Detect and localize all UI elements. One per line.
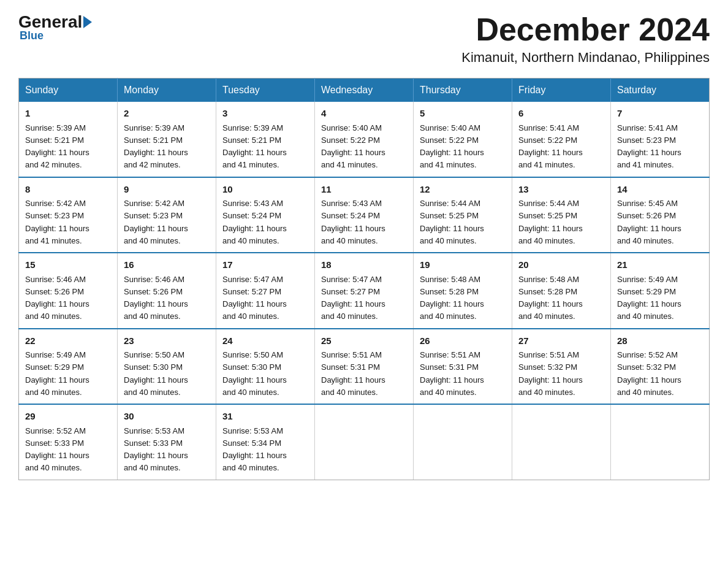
- calendar-week-row: 15Sunrise: 5:46 AMSunset: 5:26 PMDayligh…: [19, 253, 710, 329]
- day-number: 30: [124, 410, 210, 424]
- day-info: Sunrise: 5:52 AMSunset: 5:33 PMDaylight:…: [25, 426, 89, 473]
- day-number: 16: [124, 258, 210, 272]
- table-row: 6Sunrise: 5:41 AMSunset: 5:22 PMDaylight…: [512, 102, 611, 177]
- day-info: Sunrise: 5:49 AMSunset: 5:29 PMDaylight:…: [617, 275, 681, 321]
- day-info: Sunrise: 5:43 AMSunset: 5:24 PMDaylight:…: [321, 199, 385, 245]
- table-row: 29Sunrise: 5:52 AMSunset: 5:33 PMDayligh…: [19, 404, 118, 480]
- table-row: [414, 404, 512, 480]
- table-row: 2Sunrise: 5:39 AMSunset: 5:21 PMDaylight…: [118, 102, 216, 177]
- day-info: Sunrise: 5:48 AMSunset: 5:28 PMDaylight:…: [518, 275, 583, 321]
- table-row: 14Sunrise: 5:45 AMSunset: 5:26 PMDayligh…: [611, 177, 710, 253]
- table-row: 15Sunrise: 5:46 AMSunset: 5:26 PMDayligh…: [19, 253, 118, 329]
- col-tuesday: Tuesday: [216, 79, 315, 102]
- day-number: 10: [222, 183, 308, 197]
- title-block: December 2024 Kimanuit, Northern Mindana…: [461, 12, 710, 66]
- day-info: Sunrise: 5:46 AMSunset: 5:26 PMDaylight:…: [124, 275, 188, 321]
- day-number: 25: [321, 334, 407, 348]
- day-number: 11: [321, 183, 407, 197]
- table-row: 30Sunrise: 5:53 AMSunset: 5:33 PMDayligh…: [118, 404, 216, 480]
- col-sunday: Sunday: [19, 79, 118, 102]
- day-number: 1: [25, 107, 111, 121]
- day-info: Sunrise: 5:50 AMSunset: 5:30 PMDaylight:…: [124, 350, 188, 397]
- day-number: 14: [617, 183, 703, 197]
- day-number: 7: [617, 107, 703, 121]
- day-number: 21: [617, 258, 703, 272]
- calendar-week-row: 29Sunrise: 5:52 AMSunset: 5:33 PMDayligh…: [19, 404, 710, 480]
- col-saturday: Saturday: [611, 79, 710, 102]
- day-number: 4: [321, 107, 407, 121]
- day-number: 26: [420, 334, 506, 348]
- table-row: 27Sunrise: 5:51 AMSunset: 5:32 PMDayligh…: [512, 329, 611, 405]
- day-number: 3: [222, 107, 308, 121]
- day-number: 28: [617, 334, 703, 348]
- logo-arrow-icon: [83, 16, 92, 28]
- day-info: Sunrise: 5:47 AMSunset: 5:27 PMDaylight:…: [222, 275, 287, 321]
- day-info: Sunrise: 5:44 AMSunset: 5:25 PMDaylight:…: [518, 199, 583, 245]
- calendar-week-row: 1Sunrise: 5:39 AMSunset: 5:21 PMDaylight…: [19, 102, 710, 177]
- day-info: Sunrise: 5:49 AMSunset: 5:29 PMDaylight:…: [25, 350, 89, 397]
- table-row: 1Sunrise: 5:39 AMSunset: 5:21 PMDaylight…: [19, 102, 118, 177]
- table-row: [611, 404, 710, 480]
- day-number: 20: [518, 258, 604, 272]
- day-number: 27: [518, 334, 604, 348]
- calendar-header-row: Sunday Monday Tuesday Wednesday Thursday…: [19, 79, 710, 102]
- table-row: 16Sunrise: 5:46 AMSunset: 5:26 PMDayligh…: [118, 253, 216, 329]
- day-number: 19: [420, 258, 506, 272]
- day-info: Sunrise: 5:42 AMSunset: 5:23 PMDaylight:…: [124, 199, 188, 245]
- day-number: 8: [25, 183, 111, 197]
- day-info: Sunrise: 5:51 AMSunset: 5:31 PMDaylight:…: [321, 350, 385, 397]
- table-row: 11Sunrise: 5:43 AMSunset: 5:24 PMDayligh…: [315, 177, 414, 253]
- day-number: 31: [222, 410, 308, 424]
- logo-blue-text: Blue: [18, 29, 44, 42]
- day-info: Sunrise: 5:43 AMSunset: 5:24 PMDaylight:…: [222, 199, 287, 245]
- table-row: 10Sunrise: 5:43 AMSunset: 5:24 PMDayligh…: [216, 177, 315, 253]
- day-info: Sunrise: 5:41 AMSunset: 5:22 PMDaylight:…: [518, 123, 583, 170]
- table-row: [512, 404, 611, 480]
- day-info: Sunrise: 5:41 AMSunset: 5:23 PMDaylight:…: [617, 123, 681, 170]
- table-row: 31Sunrise: 5:53 AMSunset: 5:34 PMDayligh…: [216, 404, 315, 480]
- day-info: Sunrise: 5:39 AMSunset: 5:21 PMDaylight:…: [222, 123, 287, 170]
- col-thursday: Thursday: [414, 79, 512, 102]
- day-info: Sunrise: 5:44 AMSunset: 5:25 PMDaylight:…: [420, 199, 484, 245]
- table-row: 9Sunrise: 5:42 AMSunset: 5:23 PMDaylight…: [118, 177, 216, 253]
- table-row: 7Sunrise: 5:41 AMSunset: 5:23 PMDaylight…: [611, 102, 710, 177]
- day-info: Sunrise: 5:40 AMSunset: 5:22 PMDaylight:…: [420, 123, 484, 170]
- table-row: 21Sunrise: 5:49 AMSunset: 5:29 PMDayligh…: [611, 253, 710, 329]
- day-info: Sunrise: 5:53 AMSunset: 5:34 PMDaylight:…: [222, 426, 287, 473]
- day-number: 15: [25, 258, 111, 272]
- month-title: December 2024: [461, 12, 710, 47]
- table-row: 28Sunrise: 5:52 AMSunset: 5:32 PMDayligh…: [611, 329, 710, 405]
- table-row: 24Sunrise: 5:50 AMSunset: 5:30 PMDayligh…: [216, 329, 315, 405]
- day-info: Sunrise: 5:51 AMSunset: 5:31 PMDaylight:…: [420, 350, 484, 397]
- table-row: 8Sunrise: 5:42 AMSunset: 5:23 PMDaylight…: [19, 177, 118, 253]
- col-friday: Friday: [512, 79, 611, 102]
- location-title: Kimanuit, Northern Mindanao, Philippines: [461, 50, 710, 66]
- day-info: Sunrise: 5:51 AMSunset: 5:32 PMDaylight:…: [518, 350, 583, 397]
- calendar-week-row: 22Sunrise: 5:49 AMSunset: 5:29 PMDayligh…: [19, 329, 710, 405]
- day-number: 18: [321, 258, 407, 272]
- day-number: 12: [420, 183, 506, 197]
- col-monday: Monday: [118, 79, 216, 102]
- day-info: Sunrise: 5:50 AMSunset: 5:30 PMDaylight:…: [222, 350, 287, 397]
- table-row: 20Sunrise: 5:48 AMSunset: 5:28 PMDayligh…: [512, 253, 611, 329]
- day-number: 23: [124, 334, 210, 348]
- table-row: 18Sunrise: 5:47 AMSunset: 5:27 PMDayligh…: [315, 253, 414, 329]
- day-info: Sunrise: 5:40 AMSunset: 5:22 PMDaylight:…: [321, 123, 385, 170]
- page-header: General Blue December 2024 Kimanuit, Nor…: [18, 12, 710, 66]
- table-row: 5Sunrise: 5:40 AMSunset: 5:22 PMDaylight…: [414, 102, 512, 177]
- day-info: Sunrise: 5:52 AMSunset: 5:32 PMDaylight:…: [617, 350, 681, 397]
- day-info: Sunrise: 5:46 AMSunset: 5:26 PMDaylight:…: [25, 275, 89, 321]
- table-row: 19Sunrise: 5:48 AMSunset: 5:28 PMDayligh…: [414, 253, 512, 329]
- calendar-week-row: 8Sunrise: 5:42 AMSunset: 5:23 PMDaylight…: [19, 177, 710, 253]
- day-number: 9: [124, 183, 210, 197]
- table-row: 25Sunrise: 5:51 AMSunset: 5:31 PMDayligh…: [315, 329, 414, 405]
- table-row: 13Sunrise: 5:44 AMSunset: 5:25 PMDayligh…: [512, 177, 611, 253]
- day-info: Sunrise: 5:39 AMSunset: 5:21 PMDaylight:…: [124, 123, 188, 170]
- table-row: 4Sunrise: 5:40 AMSunset: 5:22 PMDaylight…: [315, 102, 414, 177]
- day-info: Sunrise: 5:48 AMSunset: 5:28 PMDaylight:…: [420, 275, 484, 321]
- day-info: Sunrise: 5:42 AMSunset: 5:23 PMDaylight:…: [25, 199, 89, 245]
- col-wednesday: Wednesday: [315, 79, 414, 102]
- table-row: 12Sunrise: 5:44 AMSunset: 5:25 PMDayligh…: [414, 177, 512, 253]
- table-row: 17Sunrise: 5:47 AMSunset: 5:27 PMDayligh…: [216, 253, 315, 329]
- table-row: 26Sunrise: 5:51 AMSunset: 5:31 PMDayligh…: [414, 329, 512, 405]
